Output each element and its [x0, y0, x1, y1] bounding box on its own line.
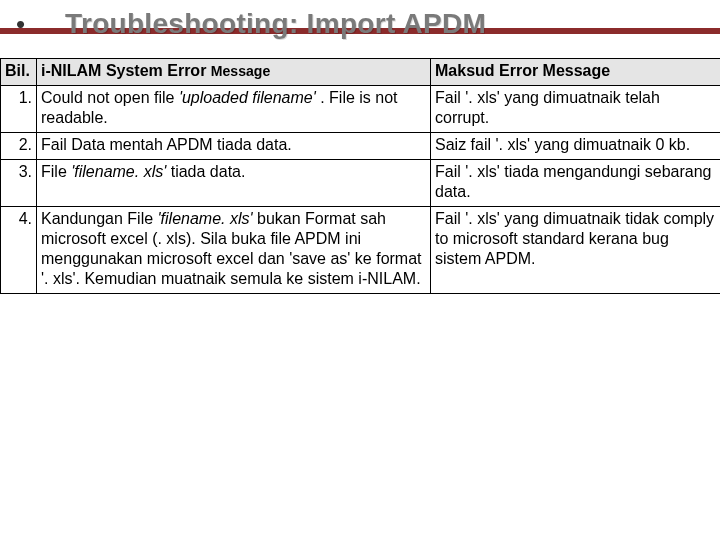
error-table: Bil. i-NILAM System Error Message Maksud… [0, 58, 720, 294]
table-row: 2. Fail Data mentah APDM tiada data. Sai… [1, 133, 721, 160]
msg-part-a: Kandungan File [41, 210, 158, 227]
table-row: 3. File 'filename. xls' tiada data. Fail… [1, 160, 721, 207]
cell-bil: 2. [1, 133, 37, 160]
cell-message: Could not open file 'uploaded filename' … [37, 86, 431, 133]
col-header-message-pre: i-NILAM System Error [41, 62, 211, 79]
cell-message: Kandungan File 'filename. xls' bukan For… [37, 207, 431, 294]
col-header-message-sub: Message [211, 63, 270, 79]
header-bullet: • [10, 9, 25, 40]
msg-part-a: File [41, 163, 71, 180]
msg-part-italic: 'filename. xls' [71, 163, 166, 180]
cell-meaning: Saiz fail '. xls' yang dimuatnaik 0 kb. [431, 133, 721, 160]
col-header-meaning: Maksud Error Message [431, 59, 721, 86]
msg-part-a: Could not open file [41, 89, 179, 106]
msg-part-italic: 'filename. xls' [158, 210, 253, 227]
msg-part-b: tiada data. [166, 163, 245, 180]
msg-part-italic: 'uploaded filename' [179, 89, 316, 106]
slide-header: • Troubleshooting: Import APDM [0, 0, 720, 58]
cell-bil: 4. [1, 207, 37, 294]
table-row: 1. Could not open file 'uploaded filenam… [1, 86, 721, 133]
cell-meaning: Fail '. xls' yang dimuatnaik tidak compl… [431, 207, 721, 294]
page-title: Troubleshooting: Import APDM [65, 8, 486, 40]
cell-bil: 1. [1, 86, 37, 133]
col-header-message: i-NILAM System Error Message [37, 59, 431, 86]
cell-message: Fail Data mentah APDM tiada data. [37, 133, 431, 160]
cell-meaning: Fail '. xls' yang dimuatnaik telah corru… [431, 86, 721, 133]
table-row: 4. Kandungan File 'filename. xls' bukan … [1, 207, 721, 294]
cell-meaning: Fail '. xls' tiada mengandungi sebarang … [431, 160, 721, 207]
col-header-bil: Bil. [1, 59, 37, 86]
cell-bil: 3. [1, 160, 37, 207]
cell-message: File 'filename. xls' tiada data. [37, 160, 431, 207]
table-header-row: Bil. i-NILAM System Error Message Maksud… [1, 59, 721, 86]
msg-part-a: Fail Data mentah APDM tiada data. [41, 136, 292, 153]
